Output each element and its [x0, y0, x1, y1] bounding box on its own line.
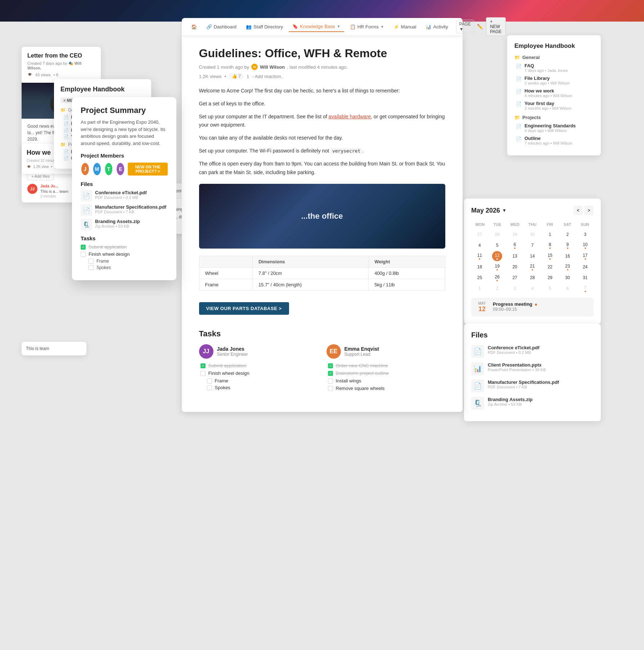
- available-hardware-link[interactable]: available hardware: [329, 114, 371, 119]
- calendar-day-5[interactable]: 5: [545, 283, 555, 294]
- page-button[interactable]: PAGE ▼: [456, 20, 474, 33]
- calendar-day-26[interactable]: 26: [492, 273, 502, 283]
- jada-task-2: Finish wheel design: [199, 371, 318, 376]
- task-check-spokes[interactable]: [207, 385, 212, 390]
- new-page-button[interactable]: + NEW PAGE: [486, 17, 505, 36]
- calendar-day-2[interactable]: 2: [563, 229, 573, 240]
- calendar-day-21[interactable]: 21: [527, 262, 537, 272]
- calendar-day-28[interactable]: 28: [492, 229, 502, 240]
- sidebar-outline[interactable]: 📄 Outline 7 minutes ago • Will Wilson: [514, 136, 594, 145]
- calendar-day-3[interactable]: 3: [510, 283, 520, 294]
- jada-avatar: JJ: [199, 344, 213, 359]
- file-3-icon: 🗜️: [81, 219, 92, 230]
- emma-check-2[interactable]: ✓: [328, 371, 333, 376]
- views-icon: 👁️: [27, 72, 32, 77]
- nav-hr-forms[interactable]: 📋 HR Forms ▼: [346, 22, 388, 32]
- calendar-day-27[interactable]: 27: [474, 229, 485, 240]
- emma-name: Emma Enqvist: [344, 346, 379, 352]
- emma-role: Support Lead: [344, 352, 379, 357]
- calendar-day-15[interactable]: 15: [545, 251, 555, 261]
- handbook-popup-title: Employee Handbook: [60, 86, 145, 93]
- calendar-day-4[interactable]: 4: [527, 283, 537, 294]
- edit-icon[interactable]: ✏️: [477, 24, 483, 29]
- calendar-day-19[interactable]: 19: [492, 262, 502, 272]
- calendar-day-22[interactable]: 22: [545, 262, 555, 272]
- article-hero-image: ...the office: [199, 184, 445, 249]
- calendar-day-29[interactable]: 29: [510, 229, 520, 240]
- popup-check-1[interactable]: ✓: [81, 245, 86, 250]
- fw-file-2-icon: 📊: [471, 362, 484, 375]
- calendar-day-7[interactable]: 7: [580, 283, 590, 294]
- nav-staff-directory[interactable]: 👥 Staff Directory: [242, 22, 287, 32]
- nav-knowledge-base[interactable]: 🔖 Knowledge Base ▼: [289, 22, 344, 32]
- calendar-day-8[interactable]: 8: [545, 240, 555, 250]
- calendar-day-30[interactable]: 30: [563, 273, 573, 283]
- calendar-prev-button[interactable]: <: [573, 206, 583, 215]
- nav-home[interactable]: 🏠: [188, 22, 201, 32]
- calendar-day-12[interactable]: 12: [492, 251, 502, 261]
- add-reaction-button[interactable]: - Add reaction..: [252, 74, 283, 79]
- calendar-day-31[interactable]: 31: [580, 273, 590, 283]
- sidebar-file-library[interactable]: 📄 File Library 2 weeks ago • Will Wilson: [514, 76, 594, 85]
- first-day-icon: 📄: [63, 134, 69, 139]
- calendar-day-30[interactable]: 30: [527, 229, 537, 240]
- calendar-day-27[interactable]: 27: [510, 273, 520, 283]
- popup-check-spokes[interactable]: [89, 265, 94, 270]
- calendar-day-17[interactable]: 17: [580, 251, 590, 261]
- emma-check-3[interactable]: [328, 378, 333, 383]
- jada-name: Jada Jones: [217, 346, 248, 352]
- calendar-day-20[interactable]: 20: [510, 262, 520, 272]
- calendar-day-4[interactable]: 4: [474, 240, 485, 250]
- thumbs-reaction[interactable]: 👍 7: [229, 73, 244, 79]
- eng-standards-doc-icon: 📄: [516, 124, 522, 129]
- popup-check-frame[interactable]: [89, 259, 94, 264]
- calendar-nav: < >: [573, 206, 594, 215]
- nav-manual[interactable]: ⚡ Manual: [390, 22, 420, 32]
- calendar-day-11[interactable]: 11: [474, 251, 485, 261]
- table-header-part: [199, 256, 252, 268]
- calendar-day-16[interactable]: 16: [563, 251, 573, 261]
- task-check-2[interactable]: [201, 371, 206, 376]
- sidebar-your-first-day[interactable]: 📄 Your first day 2 months ago • Will Wil…: [514, 101, 594, 110]
- sidebar-eng-standards[interactable]: 📄 Engineering Standards 4 days ago • Wil…: [514, 123, 594, 133]
- nav-actions: PAGE ▼ ✏️ + NEW PAGE: [456, 17, 506, 36]
- calendar-day-29[interactable]: 29: [545, 273, 555, 283]
- calendar-day-2[interactable]: 2: [492, 283, 502, 294]
- calendar-day-9[interactable]: 9: [563, 240, 573, 250]
- new-on-project-button[interactable]: NEW ON THE PROJECT? >: [128, 163, 168, 176]
- calendar-day-5[interactable]: 5: [492, 240, 502, 250]
- emma-info: EE Emma Enqvist Support Lead: [326, 344, 445, 359]
- task-check-1[interactable]: ✓: [201, 363, 206, 368]
- files-widget: Files 📄 Conference eTicket.pdf PDF Docum…: [464, 324, 601, 421]
- nav-activity[interactable]: 📊 Activity: [422, 22, 451, 32]
- calendar-day-23[interactable]: 23: [563, 262, 573, 272]
- sidebar-faq[interactable]: 📄 FAQ 7 days ago • Jada Jones: [514, 63, 594, 73]
- popup-check-2[interactable]: [81, 252, 86, 257]
- emma-check-1[interactable]: ✓: [328, 363, 333, 368]
- calendar-day-10[interactable]: 10: [580, 240, 590, 250]
- nav-dashboard[interactable]: 🔗 Dashboard: [203, 22, 240, 32]
- calendar-day-7[interactable]: 7: [527, 240, 537, 250]
- task-check-frame[interactable]: [207, 378, 212, 383]
- calendar-day-6[interactable]: 6: [563, 283, 573, 294]
- calendar-day-28[interactable]: 28: [527, 273, 537, 283]
- how-we-work-doc-icon: 📄: [516, 89, 522, 94]
- calendar-day-3[interactable]: 3: [580, 229, 590, 240]
- calendar-day-13[interactable]: 13: [510, 251, 520, 261]
- main-panel: Guidelines: Office, WFH & Remote Created…: [182, 35, 463, 412]
- calendar-day-1[interactable]: 1: [474, 283, 485, 294]
- calendar-day-1[interactable]: 1: [545, 229, 555, 240]
- calendar-day-18[interactable]: 18: [474, 262, 485, 272]
- calendar-title: May 2026 ▼: [471, 207, 506, 214]
- popup-file-2: 📄 Manufacturer Specifications.pdf PDF Do…: [81, 204, 168, 216]
- calendar-day-24[interactable]: 24: [580, 262, 590, 272]
- calendar-day-6[interactable]: 6: [510, 240, 520, 250]
- sidebar-how-we-work[interactable]: 📄 How we work 4 minutes ago • Will Wilso…: [514, 88, 594, 98]
- member-1-avatar: J: [81, 162, 90, 176]
- view-database-button[interactable]: VIEW OUR PARTS DATABASE >: [199, 302, 289, 315]
- emma-check-4[interactable]: [328, 386, 333, 391]
- calendar-day-14[interactable]: 14: [527, 251, 537, 261]
- table-row: Wheel 7.8" / 20cm 400g / 0.8lb: [199, 268, 445, 279]
- calendar-day-25[interactable]: 25: [474, 273, 485, 283]
- calendar-next-button[interactable]: >: [584, 206, 594, 215]
